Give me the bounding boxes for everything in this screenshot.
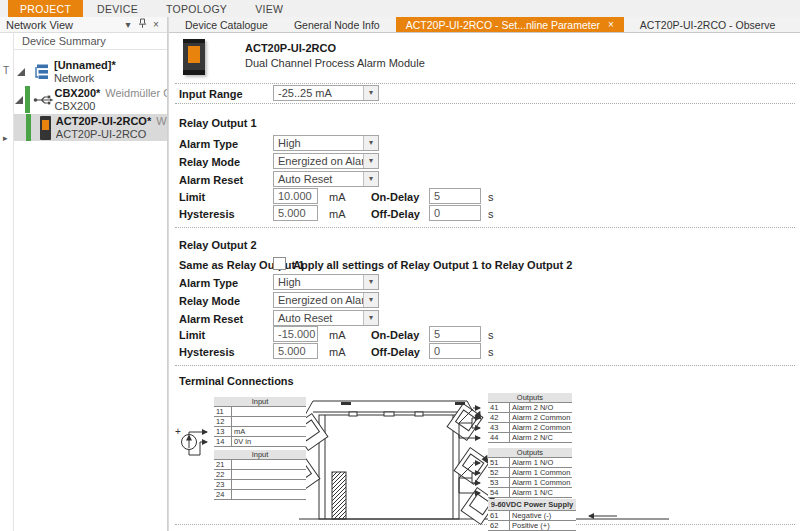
terminal-table-row: 41Alarm 2 N/O [488, 403, 572, 413]
section-divider [175, 365, 795, 366]
tree-item-network[interactable]: [Unnamed]* Network [14, 58, 167, 85]
table-header: Outputs [488, 393, 572, 403]
terminal-table-row: 54Alarm 1 N/C [488, 488, 572, 498]
tree-item-text: ACT20P-UI-2RCO*Weid... ACT20P-UI-2RCO [56, 115, 167, 141]
relay2-hysteresis-input[interactable] [273, 343, 318, 359]
menu-view[interactable]: VIEW [241, 0, 297, 17]
input-range-value: -25..25 mA [274, 86, 363, 100]
limit-label: Limit [179, 191, 205, 203]
tab-observe[interactable]: ACT20P-UI-2RCO - Observe [630, 17, 785, 32]
relay1-hysteresis-input[interactable] [273, 205, 318, 221]
gutter-top-label: T [3, 65, 9, 76]
tree-item-act20p[interactable]: ACT20P-UI-2RCO*Weid... ACT20P-UI-2RCO [14, 114, 167, 141]
hysteresis-unit: mA [329, 208, 346, 220]
node-subtext: ACT20P-UI-2RCO [56, 128, 146, 140]
relay1-on-delay-input[interactable] [429, 188, 481, 204]
relay2-on-delay-input[interactable] [429, 326, 481, 342]
relay2-alarm-type-select[interactable]: High ▾ [273, 274, 379, 290]
menu-topology[interactable]: TOPOLOGY [152, 0, 241, 17]
terminal-table-row: 42Alarm 2 Common [488, 413, 572, 423]
tab-general-node-info[interactable]: General Node Info [284, 17, 390, 32]
tree-item-text: [Unnamed]* Network [54, 59, 116, 85]
terminal-table-row: 61Negative (-) [488, 511, 576, 521]
chevron-down-icon[interactable]: ▾ [121, 19, 135, 30]
node-name: CBX200* [54, 87, 100, 99]
apply-settings-label: Apply all settings of Relay Output 1 to … [293, 259, 572, 271]
usb-icon [33, 93, 54, 107]
alarm-reset-label: Alarm Reset [179, 313, 243, 325]
input-range-select[interactable]: -25..25 mA ▾ [273, 85, 379, 101]
off-delay-unit: s [488, 346, 494, 358]
main-area: Device Catalogue General Node Info ACT20… [168, 17, 800, 531]
chevron-down-icon: ▾ [363, 311, 378, 325]
module-icon [34, 116, 56, 140]
outputs-alarm1-table: Outputs 51Alarm 1 N/O52Alarm 1 Common53A… [488, 448, 572, 498]
relay1-alarm-reset-select[interactable]: Auto Reset ▾ [273, 171, 379, 187]
menu-bar: PROJECT DEVICE TOPOLOGY VIEW [0, 0, 800, 17]
input1-table: Input 111213mA140V in [214, 397, 306, 447]
terminal-table-row: 23 [214, 480, 306, 490]
table-header: Outputs [488, 448, 572, 458]
table-header: 9-60VDC Power Supply [488, 499, 576, 511]
node-name: [Unnamed]* [54, 59, 116, 71]
relay1-off-delay-input[interactable] [429, 205, 481, 221]
chevron-down-icon: ▾ [363, 275, 378, 289]
section-divider [175, 83, 795, 84]
relay2-limit-input[interactable] [273, 326, 318, 342]
terminal-table-row: 22 [214, 470, 306, 480]
menu-project[interactable]: PROJECT [8, 0, 83, 17]
relay1-relay-mode-select[interactable]: Energized on Alarm ▾ [273, 153, 379, 169]
panel-title: Network View [6, 19, 73, 31]
relay1-title: Relay Output 1 [179, 117, 257, 129]
relay2-off-delay-input[interactable] [429, 343, 481, 359]
on-delay-unit: s [488, 329, 494, 341]
device-title: ACT20P-UI-2RCO [245, 42, 336, 54]
relay1-alarm-type-select[interactable]: High ▾ [273, 135, 379, 151]
terminal-table-row: 11 [214, 407, 306, 417]
alarm-type-label: Alarm Type [179, 138, 238, 150]
limit-unit: mA [329, 329, 346, 341]
chevron-down-icon: ▾ [363, 293, 378, 307]
table-header: Input [214, 397, 306, 407]
chevron-down-icon: ▾ [363, 154, 378, 168]
node-suffix: Weidmüller CBX,... [105, 87, 167, 99]
menu-device[interactable]: DEVICE [83, 0, 152, 17]
terminal-title: Terminal Connections [179, 375, 294, 387]
on-delay-label: On-Delay [371, 191, 419, 203]
relay2-alarm-reset-select[interactable]: Auto Reset ▾ [273, 310, 379, 326]
relay-mode-value: Energized on Alarm [274, 154, 363, 168]
apply-settings-checkbox[interactable] [273, 257, 286, 270]
limit-unit: mA [329, 191, 346, 203]
terminal-diagram: + Input 111213mA140V in Input 21222324 O… [169, 388, 800, 531]
tree-item-cbx200[interactable]: CBX200*Weidmüller CBX,... CBX200 [14, 86, 167, 113]
close-icon[interactable]: × [149, 19, 163, 30]
pin-icon[interactable] [135, 18, 149, 31]
bus-connector [332, 472, 346, 519]
network-view-panel: Network View ▾ × T ▸ Device Summary [0, 17, 168, 531]
alarm-reset-value: Auto Reset [274, 311, 363, 325]
limit-label: Limit [179, 329, 205, 341]
hysteresis-unit: mA [329, 346, 346, 358]
alarm-reset-value: Auto Reset [274, 172, 363, 186]
hysteresis-label: Hysteresis [179, 346, 235, 358]
relay1-limit-input[interactable] [273, 188, 318, 204]
expander-icon[interactable] [14, 68, 28, 76]
terminal-table-row: 13mA [214, 427, 306, 437]
chevron-down-icon: ▾ [363, 136, 378, 150]
table-header: Input [214, 450, 306, 460]
chevron-down-icon: ▾ [363, 172, 378, 186]
panel-titlebar: Network View ▾ × [0, 17, 167, 33]
tab-set-online-parameter[interactable]: ACT20P-UI-2RCO - Set...nline Parameter × [396, 17, 624, 32]
tree-gutter: T ▸ [0, 33, 14, 531]
terminal-table-row: 53Alarm 1 Common [488, 478, 572, 488]
tab-close-icon[interactable]: × [608, 19, 614, 30]
expander-icon[interactable] [14, 96, 25, 104]
off-delay-unit: s [488, 208, 494, 220]
tab-device-catalogue[interactable]: Device Catalogue [175, 17, 278, 32]
device-summary-header[interactable]: Device Summary [14, 33, 167, 50]
tab-strip: Device Catalogue General Node Info ACT20… [169, 17, 800, 33]
status-bar-green [26, 114, 32, 141]
relay2-relay-mode-select[interactable]: Energized on Alarm ▾ [273, 292, 379, 308]
parameter-page: ACT20P-UI-2RCO Dual Channel Process Alar… [169, 33, 800, 531]
terminal-table-row: 43Alarm 2 Common [488, 423, 572, 433]
